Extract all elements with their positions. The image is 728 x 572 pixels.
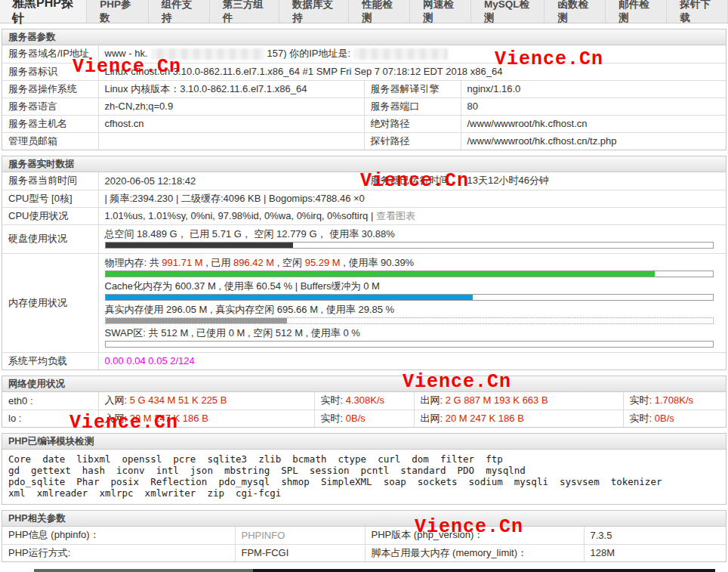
table-row: CPU使用状况 1.01%us, 1.01%sy, 0%ni, 97.98%id…	[2, 207, 726, 224]
section-title-php-modules: PHP已编译模块检测	[2, 434, 726, 450]
table-row: 内存使用状况 物理内存: 共 991.71 M , 已用 896.42 M , …	[2, 253, 726, 352]
view-chart-link[interactable]: 查看图表	[376, 210, 415, 221]
probe-value: /www/wwwroot/hk.cfhost.cn/tz.php	[461, 132, 726, 150]
nav-brand[interactable]: 雅黑PHP探针	[0, 0, 87, 23]
os-value: Linux 内核版本：3.10.0-862.11.6.el7.1.x86_64	[98, 80, 364, 97]
server-time-label: 服务器当前时间	[2, 172, 98, 190]
phpinfo-label: PHP信息 (phpinfo)：	[2, 527, 235, 544]
section-realtime: 服务器实时数据 服务器当前时间 2020-06-05 12:18:42 服务器已…	[2, 156, 726, 370]
domain-value: www - hk.157) 你的IP地址是:	[98, 45, 726, 63]
disk-usage-label: 硬盘使用状况	[2, 224, 98, 253]
tab-thirdparty[interactable]: 第三方组件	[210, 0, 279, 23]
memory-usage-label: 内存使用状况	[2, 253, 98, 352]
tab-functions[interactable]: 函数检测	[544, 0, 606, 23]
tab-performance[interactable]: 性能检测	[349, 0, 410, 23]
section-title-network: 网络使用状况	[2, 376, 726, 392]
uptime-value: 13天12小时46分钟	[461, 172, 726, 190]
cpu-model-label: CPU型号 [0核]	[2, 190, 98, 207]
swap-text: SWAP区: 共 512 M , 已使用 0 M , 空闲 512 M , 使用…	[105, 326, 720, 339]
php-sapi-value: FPM-FCGI	[235, 544, 365, 561]
table-row: eth0 : 入网: 5 G 434 M 51 K 225 B 实时: 4.30…	[2, 392, 726, 410]
lang-label: 服务器语言	[2, 97, 98, 115]
bottom-edge-strip	[34, 569, 253, 572]
iface-name: eth0 :	[2, 392, 98, 410]
iface-in: 入网: 5 G 434 M 51 K 225 B	[98, 392, 314, 410]
cache-memory-progressbar	[105, 294, 714, 301]
domain-mid: 157) 你的IP地址是:	[267, 48, 351, 59]
abspath-value: /www/wwwroot/hk.cfhost.cn	[461, 115, 726, 132]
phpinfo-link[interactable]: PHPINFO	[235, 527, 365, 544]
real-memory-text: 真实内存使用 296.05 M , 真实内存空闲 695.66 M , 使用率 …	[105, 303, 720, 316]
php-modules-list: Core date libxml openssl pcre sqlite3 zl…	[2, 450, 726, 504]
abspath-label: 绝对路径	[364, 115, 461, 132]
load-value: 0.00 0.04 0.05 2/124	[98, 352, 726, 369]
tab-mysql[interactable]: MySQL检测	[471, 0, 544, 23]
section-title-realtime: 服务器实时数据	[2, 156, 726, 172]
bottom-edge-strip	[253, 569, 715, 572]
admin-value	[98, 132, 364, 150]
tab-download[interactable]: 探针下载	[667, 0, 728, 23]
table-row: 管理员邮箱 探针路径 /www/wwwroot/hk.cfhost.cn/tz.…	[2, 132, 726, 150]
iface-in-rate: 实时: 0B/s	[314, 410, 414, 427]
php-sapi-label: PHP运行方式:	[2, 544, 235, 561]
table-row: 系统平均负载 0.00 0.04 0.05 2/124	[2, 352, 726, 369]
table-row: 服务器主机名 cfhost.cn 绝对路径 /www/wwwroot/hk.cf…	[2, 115, 726, 132]
table-row: 服务器语言 zh-CN,zh;q=0.9 服务器端口 80	[2, 97, 726, 115]
section-php-params: PHP相关参数 PHP信息 (phpinfo)： PHPINFO PHP版本 (…	[2, 510, 726, 562]
modules-line: Core date libxml openssl pcre sqlite3 zl…	[8, 453, 720, 465]
domain-label: 服务器域名/IP地址	[2, 45, 98, 63]
uptime-label: 服务器已运行时间	[364, 172, 461, 190]
tab-mail[interactable]: 邮件检测	[606, 0, 667, 23]
tab-components[interactable]: 组件支持	[149, 0, 210, 23]
table-row: 服务器操作系统 Linux 内核版本：3.10.0-862.11.6.el7.1…	[2, 80, 726, 97]
modules-line: xml xmlreader xmlrpc xmlwriter zip cgi-f…	[8, 487, 720, 499]
modules-line: gd gettext hash iconv intl json mbstring…	[8, 465, 720, 476]
iface-name: lo :	[2, 410, 98, 427]
cpu-usage-label: CPU使用状况	[2, 207, 98, 224]
section-php-modules: PHP已编译模块检测 Core date libxml openssl pcre…	[2, 433, 726, 505]
iface-out: 出网: 2 G 887 M 193 K 663 B	[414, 392, 623, 410]
server-time-value: 2020-06-05 12:18:42	[98, 172, 364, 190]
disk-usage-text: 总空间 18.489 G， 已用 5.71 G， 空闲 12.779 G， 使用…	[105, 227, 720, 240]
admin-label: 管理员邮箱	[2, 132, 98, 150]
top-nav: 雅黑PHP探针 PHP参数 组件支持 第三方组件 数据库支持 性能检测 网速检测…	[0, 0, 728, 23]
real-memory-progressbar	[105, 317, 714, 324]
table-row: 服务器当前时间 2020-06-05 12:18:42 服务器已运行时间 13天…	[2, 172, 726, 190]
os-label: 服务器操作系统	[2, 80, 98, 97]
tab-netspeed[interactable]: 网速检测	[410, 0, 471, 23]
probe-label: 探针路径	[364, 132, 461, 150]
iface-out-rate: 实时: 1.708K/s	[623, 392, 726, 410]
table-row: 硬盘使用状况 总空间 18.489 G， 已用 5.71 G， 空闲 12.77…	[2, 224, 726, 253]
cpu-usage-text: 1.01%us, 1.01%sy, 0%ni, 97.98%id, 0%wa, …	[105, 210, 374, 221]
host-label: 服务器主机名	[2, 115, 98, 132]
engine-label: 服务器解译引擎	[364, 80, 461, 97]
redacted-ip	[353, 48, 448, 60]
tab-database[interactable]: 数据库支持	[279, 0, 349, 23]
disk-usage-value: 总空间 18.489 G， 已用 5.71 G， 空闲 12.779 G， 使用…	[98, 224, 726, 253]
disk-usage-progressbar	[105, 242, 714, 249]
iface-out-rate: 实时: 0B/s	[623, 410, 726, 427]
cache-memory-text: Cache化内存为 600.37 M , 使用率 60.54 % | Buffe…	[105, 280, 720, 292]
cpu-model-value: | 频率:2394.230 | 二级缓存:4096 KB | Bogomips:…	[98, 190, 726, 207]
physical-memory-text: 物理内存: 共 991.71 M , 已用 896.42 M , 空闲 95.2…	[105, 256, 720, 269]
table-row: PHP运行方式: FPM-FCGI 脚本占用最大内存 (memory_limit…	[2, 544, 726, 561]
load-label: 系统平均负载	[2, 352, 98, 369]
modules-line: pdo_sqlite Phar posix Reflection pdo_mys…	[8, 476, 720, 487]
memory-limit-label: 脚本占用最大内存 (memory_limit)：	[365, 544, 584, 561]
host-value: cfhost.cn	[98, 115, 364, 132]
table-row: lo : 入网: 20 M 247 K 186 B 实时: 0B/s 出网: 2…	[2, 410, 726, 427]
engine-value: nginx/1.16.0	[461, 80, 726, 97]
iface-out: 出网: 20 M 247 K 186 B	[414, 410, 623, 427]
php-version-value: 7.3.5	[584, 527, 726, 544]
iface-in: 入网: 20 M 247 K 186 B	[98, 410, 314, 427]
redacted-domain	[151, 48, 264, 60]
domain-pre: www - hk.	[105, 48, 148, 59]
memory-usage-value: 物理内存: 共 991.71 M , 已用 896.42 M , 空闲 95.2…	[98, 253, 726, 352]
section-title-php-params: PHP相关参数	[2, 511, 726, 527]
port-label: 服务器端口	[364, 97, 461, 115]
port-value: 80	[461, 97, 726, 115]
tab-php-params[interactable]: PHP参数	[87, 0, 149, 23]
swap-progressbar	[105, 341, 714, 348]
table-row: 服务器标识 Linux cfhost.cn 3.10.0-862.11.6.el…	[2, 63, 726, 80]
lang-value: zh-CN,zh;q=0.9	[98, 97, 364, 115]
